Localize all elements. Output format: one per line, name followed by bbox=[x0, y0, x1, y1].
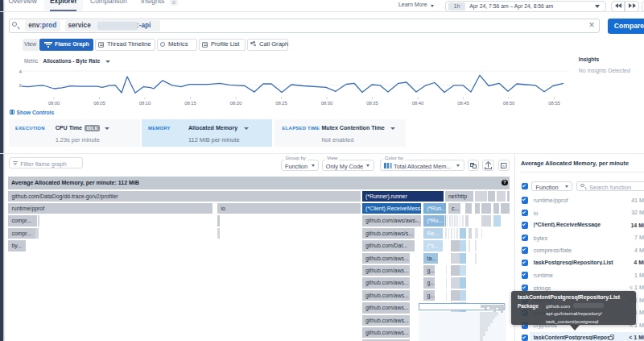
svg-text:08:35: 08:35 bbox=[366, 101, 378, 106]
svg-text:08:05: 08:05 bbox=[93, 101, 105, 106]
svg-text:2: 2 bbox=[19, 82, 23, 88]
svg-text:08:15: 08:15 bbox=[184, 101, 196, 106]
svg-text:08:50: 08:50 bbox=[503, 101, 515, 106]
svg-text:08:10: 08:10 bbox=[139, 101, 151, 106]
svg-text:08:45: 08:45 bbox=[457, 101, 469, 106]
svg-text:4: 4 bbox=[19, 69, 23, 74]
svg-text:08:40: 08:40 bbox=[412, 101, 424, 106]
svg-text:08:00: 08:00 bbox=[48, 101, 60, 106]
svg-text:08:55: 08:55 bbox=[548, 101, 560, 106]
svg-text:08:30: 08:30 bbox=[321, 101, 333, 106]
svg-text:08:25: 08:25 bbox=[275, 101, 287, 106]
svg-text:08:20: 08:20 bbox=[230, 101, 242, 106]
